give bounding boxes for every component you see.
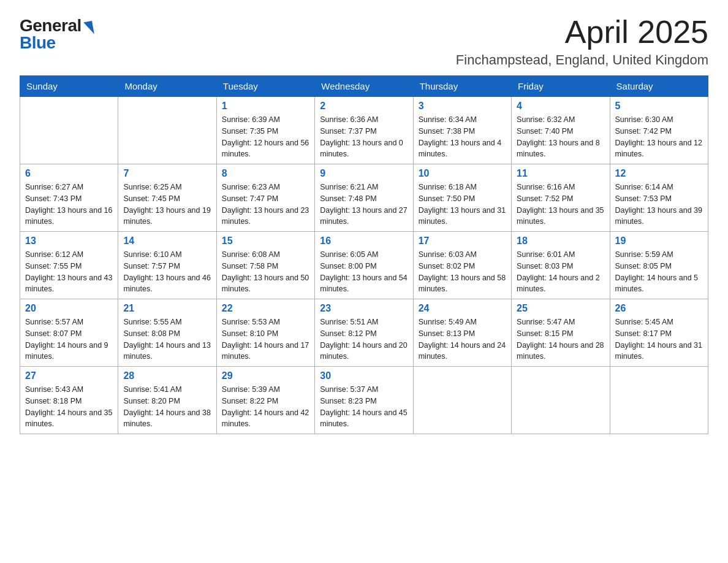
day-info: Sunrise: 6:30 AMSunset: 7:42 PMDaylight:…: [615, 114, 703, 160]
day-number: 1: [222, 101, 309, 112]
day-cell-20: 20Sunrise: 5:57 AMSunset: 8:07 PMDayligh…: [20, 299, 118, 367]
empty-cell: [413, 367, 511, 434]
day-number: 6: [25, 168, 113, 179]
week-row-5: 27Sunrise: 5:43 AMSunset: 8:18 PMDayligh…: [20, 367, 708, 434]
day-number: 5: [615, 101, 703, 112]
calendar-table: SundayMondayTuesdayWednesdayThursdayFrid…: [20, 75, 708, 434]
week-row-4: 20Sunrise: 5:57 AMSunset: 8:07 PMDayligh…: [20, 299, 708, 367]
day-info: Sunrise: 6:18 AMSunset: 7:50 PMDaylight:…: [419, 182, 506, 228]
day-info: Sunrise: 6:23 AMSunset: 7:47 PMDaylight:…: [222, 182, 309, 228]
day-cell-6: 6Sunrise: 6:27 AMSunset: 7:43 PMDaylight…: [20, 164, 118, 232]
day-cell-8: 8Sunrise: 6:23 AMSunset: 7:47 PMDaylight…: [216, 164, 314, 232]
day-info: Sunrise: 6:25 AMSunset: 7:45 PMDaylight:…: [123, 182, 211, 228]
day-info: Sunrise: 6:12 AMSunset: 7:55 PMDaylight:…: [25, 249, 113, 295]
day-info: Sunrise: 5:47 AMSunset: 8:15 PMDaylight:…: [517, 316, 604, 362]
day-cell-5: 5Sunrise: 6:30 AMSunset: 7:42 PMDaylight…: [610, 97, 708, 164]
day-number: 19: [615, 236, 703, 247]
logo: General Blue: [20, 15, 93, 52]
day-number: 26: [615, 303, 703, 314]
day-number: 30: [320, 370, 408, 381]
day-number: 25: [517, 303, 604, 314]
day-info: Sunrise: 5:37 AMSunset: 8:23 PMDaylight:…: [320, 384, 408, 430]
day-number: 7: [123, 168, 211, 179]
day-cell-16: 16Sunrise: 6:05 AMSunset: 8:00 PMDayligh…: [315, 232, 413, 299]
day-info: Sunrise: 5:59 AMSunset: 8:05 PMDaylight:…: [615, 249, 703, 295]
weekday-header-saturday: Saturday: [610, 76, 708, 97]
weekday-header-monday: Monday: [118, 76, 216, 97]
day-cell-7: 7Sunrise: 6:25 AMSunset: 7:45 PMDaylight…: [118, 164, 216, 232]
week-row-2: 6Sunrise: 6:27 AMSunset: 7:43 PMDaylight…: [20, 164, 708, 232]
day-cell-28: 28Sunrise: 5:41 AMSunset: 8:20 PMDayligh…: [118, 367, 216, 434]
day-info: Sunrise: 5:57 AMSunset: 8:07 PMDaylight:…: [25, 316, 113, 362]
day-number: 2: [320, 101, 408, 112]
day-number: 12: [615, 168, 703, 179]
day-cell-29: 29Sunrise: 5:39 AMSunset: 8:22 PMDayligh…: [216, 367, 314, 434]
day-cell-25: 25Sunrise: 5:47 AMSunset: 8:15 PMDayligh…: [512, 299, 610, 367]
day-number: 27: [25, 370, 113, 381]
day-number: 17: [419, 236, 506, 247]
day-cell-14: 14Sunrise: 6:10 AMSunset: 7:57 PMDayligh…: [118, 232, 216, 299]
day-cell-10: 10Sunrise: 6:18 AMSunset: 7:50 PMDayligh…: [413, 164, 511, 232]
logo-blue-text: Blue: [20, 34, 56, 52]
day-cell-4: 4Sunrise: 6:32 AMSunset: 7:40 PMDaylight…: [512, 97, 610, 164]
day-cell-13: 13Sunrise: 6:12 AMSunset: 7:55 PMDayligh…: [20, 232, 118, 299]
logo-triangle-icon: [83, 21, 94, 36]
empty-cell: [20, 97, 118, 164]
day-info: Sunrise: 5:51 AMSunset: 8:12 PMDaylight:…: [320, 316, 408, 362]
week-row-1: 1Sunrise: 6:39 AMSunset: 7:35 PMDaylight…: [20, 97, 708, 164]
week-row-3: 13Sunrise: 6:12 AMSunset: 7:55 PMDayligh…: [20, 232, 708, 299]
day-info: Sunrise: 6:14 AMSunset: 7:53 PMDaylight:…: [615, 182, 703, 228]
day-number: 9: [320, 168, 408, 179]
day-info: Sunrise: 6:39 AMSunset: 7:35 PMDaylight:…: [222, 114, 309, 160]
day-info: Sunrise: 5:41 AMSunset: 8:20 PMDaylight:…: [123, 384, 211, 430]
empty-cell: [512, 367, 610, 434]
day-cell-12: 12Sunrise: 6:14 AMSunset: 7:53 PMDayligh…: [610, 164, 708, 232]
day-number: 29: [222, 370, 309, 381]
day-number: 28: [123, 370, 211, 381]
day-info: Sunrise: 5:45 AMSunset: 8:17 PMDaylight:…: [615, 316, 703, 362]
day-cell-19: 19Sunrise: 5:59 AMSunset: 8:05 PMDayligh…: [610, 232, 708, 299]
day-info: Sunrise: 6:03 AMSunset: 8:02 PMDaylight:…: [419, 249, 506, 295]
day-cell-17: 17Sunrise: 6:03 AMSunset: 8:02 PMDayligh…: [413, 232, 511, 299]
day-info: Sunrise: 6:10 AMSunset: 7:57 PMDaylight:…: [123, 249, 211, 295]
day-cell-21: 21Sunrise: 5:55 AMSunset: 8:08 PMDayligh…: [118, 299, 216, 367]
logo-general-text: General: [20, 17, 82, 34]
day-info: Sunrise: 6:21 AMSunset: 7:48 PMDaylight:…: [320, 182, 408, 228]
day-info: Sunrise: 6:16 AMSunset: 7:52 PMDaylight:…: [517, 182, 604, 228]
weekday-header-tuesday: Tuesday: [216, 76, 314, 97]
day-cell-18: 18Sunrise: 6:01 AMSunset: 8:03 PMDayligh…: [512, 232, 610, 299]
day-cell-15: 15Sunrise: 6:08 AMSunset: 7:58 PMDayligh…: [216, 232, 314, 299]
day-info: Sunrise: 5:55 AMSunset: 8:08 PMDaylight:…: [123, 316, 211, 362]
weekday-header-row: SundayMondayTuesdayWednesdayThursdayFrid…: [20, 76, 708, 97]
day-cell-22: 22Sunrise: 5:53 AMSunset: 8:10 PMDayligh…: [216, 299, 314, 367]
day-info: Sunrise: 6:05 AMSunset: 8:00 PMDaylight:…: [320, 249, 408, 295]
day-cell-1: 1Sunrise: 6:39 AMSunset: 7:35 PMDaylight…: [216, 97, 314, 164]
weekday-header-wednesday: Wednesday: [315, 76, 413, 97]
day-info: Sunrise: 5:43 AMSunset: 8:18 PMDaylight:…: [25, 384, 113, 430]
day-cell-24: 24Sunrise: 5:49 AMSunset: 8:13 PMDayligh…: [413, 299, 511, 367]
day-number: 13: [25, 236, 113, 247]
day-info: Sunrise: 6:27 AMSunset: 7:43 PMDaylight:…: [25, 182, 113, 228]
day-number: 3: [419, 101, 506, 112]
day-number: 14: [123, 236, 211, 247]
day-info: Sunrise: 6:08 AMSunset: 7:58 PMDaylight:…: [222, 249, 309, 295]
weekday-header-sunday: Sunday: [20, 76, 118, 97]
empty-cell: [118, 97, 216, 164]
day-number: 11: [517, 168, 604, 179]
day-cell-9: 9Sunrise: 6:21 AMSunset: 7:48 PMDaylight…: [315, 164, 413, 232]
day-number: 20: [25, 303, 113, 314]
month-year-title: April 2025: [456, 15, 708, 50]
day-info: Sunrise: 5:49 AMSunset: 8:13 PMDaylight:…: [419, 316, 506, 362]
day-info: Sunrise: 6:01 AMSunset: 8:03 PMDaylight:…: [517, 249, 604, 295]
day-info: Sunrise: 6:34 AMSunset: 7:38 PMDaylight:…: [419, 114, 506, 160]
location-subtitle: Finchampstead, England, United Kingdom: [456, 52, 708, 68]
day-number: 23: [320, 303, 408, 314]
empty-cell: [610, 367, 708, 434]
day-info: Sunrise: 6:36 AMSunset: 7:37 PMDaylight:…: [320, 114, 408, 160]
day-info: Sunrise: 5:53 AMSunset: 8:10 PMDaylight:…: [222, 316, 309, 362]
day-number: 24: [419, 303, 506, 314]
day-cell-23: 23Sunrise: 5:51 AMSunset: 8:12 PMDayligh…: [315, 299, 413, 367]
day-cell-27: 27Sunrise: 5:43 AMSunset: 8:18 PMDayligh…: [20, 367, 118, 434]
page-header: General Blue April 2025 Finchampstead, E…: [20, 15, 708, 68]
day-number: 10: [419, 168, 506, 179]
